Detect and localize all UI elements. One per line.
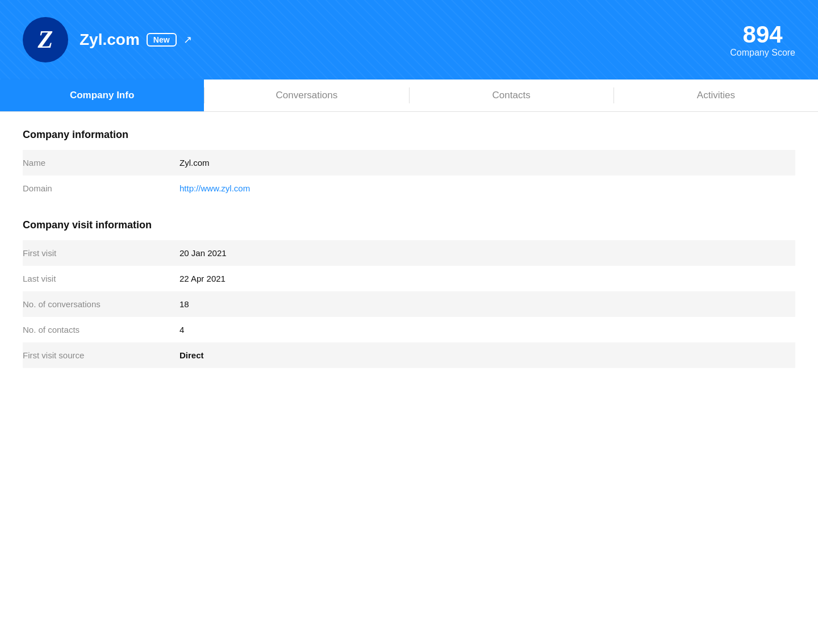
info-row-last-visit: Last visit 22 Apr 2021 bbox=[23, 266, 795, 291]
company-name-row: Zyl.com New ↗ bbox=[80, 31, 192, 49]
tab-contacts[interactable]: Contacts bbox=[410, 80, 614, 111]
visit-information-section: Company visit information First visit 20… bbox=[23, 219, 795, 368]
value-first-visit-source: Direct bbox=[170, 342, 795, 368]
value-num-contacts: 4 bbox=[170, 317, 795, 342]
main-content: Company information Name Zyl.com Domain … bbox=[0, 112, 818, 390]
value-first-visit: 20 Jan 2021 bbox=[170, 240, 795, 266]
tab-bar: Company Info Conversations Contacts Acti… bbox=[0, 80, 818, 112]
value-last-visit: 22 Apr 2021 bbox=[170, 266, 795, 291]
tab-conversations[interactable]: Conversations bbox=[204, 80, 408, 111]
score-number: 894 bbox=[730, 22, 795, 48]
label-last-visit: Last visit bbox=[23, 266, 170, 291]
value-num-conversations: 18 bbox=[170, 291, 795, 317]
visit-information-title: Company visit information bbox=[23, 219, 795, 231]
company-name-text: Zyl.com bbox=[80, 31, 140, 49]
logo-letter: Z bbox=[38, 27, 53, 52]
visit-information-table: First visit 20 Jan 2021 Last visit 22 Ap… bbox=[23, 240, 795, 368]
info-row-num-contacts: No. of contacts 4 bbox=[23, 317, 795, 342]
label-num-contacts: No. of contacts bbox=[23, 317, 170, 342]
external-link-icon[interactable]: ↗ bbox=[183, 34, 192, 46]
company-information-table: Name Zyl.com Domain http://www.zyl.com bbox=[23, 150, 795, 201]
value-name: Zyl.com bbox=[170, 150, 795, 175]
company-score-section: 894 Company Score bbox=[730, 22, 795, 58]
info-row-num-conversations: No. of conversations 18 bbox=[23, 291, 795, 317]
new-badge: New bbox=[147, 33, 177, 47]
label-domain: Domain bbox=[23, 175, 170, 201]
label-first-visit: First visit bbox=[23, 240, 170, 266]
company-logo: Z bbox=[23, 17, 68, 62]
info-row-first-visit-source: First visit source Direct bbox=[23, 342, 795, 368]
info-row-first-visit: First visit 20 Jan 2021 bbox=[23, 240, 795, 266]
header-left: Z Zyl.com New ↗ bbox=[23, 17, 192, 62]
page-header: Z Zyl.com New ↗ 894 Company Score bbox=[0, 0, 818, 80]
company-name-section: Zyl.com New ↗ bbox=[80, 31, 192, 49]
company-information-section: Company information Name Zyl.com Domain … bbox=[23, 129, 795, 201]
tab-company-info[interactable]: Company Info bbox=[0, 80, 204, 111]
company-information-title: Company information bbox=[23, 129, 795, 141]
label-num-conversations: No. of conversations bbox=[23, 291, 170, 317]
info-row-domain: Domain http://www.zyl.com bbox=[23, 175, 795, 201]
score-label: Company Score bbox=[730, 48, 795, 58]
tab-activities[interactable]: Activities bbox=[614, 80, 818, 111]
label-name: Name bbox=[23, 150, 170, 175]
info-row-name: Name Zyl.com bbox=[23, 150, 795, 175]
label-first-visit-source: First visit source bbox=[23, 342, 170, 368]
value-domain[interactable]: http://www.zyl.com bbox=[170, 175, 795, 201]
